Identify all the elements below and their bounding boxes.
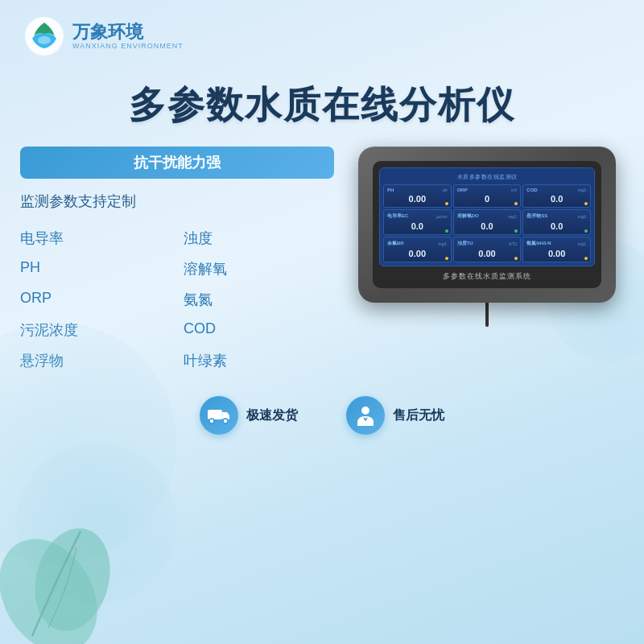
right-panel: 水质多参数在线监测仪 PH ph 0.00 — [350, 147, 624, 327]
screen-cell-1: ORP mV 0 — [453, 184, 522, 208]
truck-icon-circle — [200, 396, 238, 435]
feature-badge-text-0: 极速发货 — [246, 407, 298, 424]
cell-param-1: ORP — [457, 188, 468, 192]
device-cable — [485, 303, 489, 327]
device-label: 多参数在线水质监测系统 — [379, 271, 595, 282]
cell-unit-8: mg/L — [578, 242, 587, 246]
custom-text: 监测参数支持定制 — [20, 188, 334, 214]
feature-badge-0: 极速发货 — [200, 396, 298, 435]
cell-param-5: 悬浮物SS — [526, 213, 547, 220]
screen-cell-4: 溶解氧DO mg/L 0.0 — [453, 209, 522, 235]
cell-unit-1: mV — [511, 188, 518, 192]
cell-value-8: 0.00 — [526, 248, 587, 259]
cell-unit-0: ph — [443, 188, 448, 192]
truck-icon — [208, 407, 230, 424]
cell-value-1: 0 — [457, 193, 518, 204]
cell-param-7: 浊度TU — [457, 240, 473, 247]
cell-value-2: 0.0 — [526, 193, 587, 204]
screen-title: 水质多参数在线监测仪 — [383, 173, 591, 181]
feature-item-9: 叶绿素 — [184, 348, 334, 374]
feature-item-2: PH — [20, 256, 171, 282]
person-icon — [356, 405, 375, 426]
highlight-badge: 抗干扰能力强 — [20, 147, 334, 179]
cell-dot-4 — [514, 229, 518, 233]
cell-value-7: 0.00 — [457, 248, 518, 259]
cell-dot-2 — [584, 202, 588, 205]
cell-value-5: 0.0 — [526, 221, 587, 232]
cell-param-3: 电导率EC — [387, 213, 408, 220]
cell-value-4: 0.0 — [457, 221, 518, 232]
cell-unit-4: mg/L — [508, 214, 517, 219]
screen-grid: PH ph 0.00 ORP mV 0 — [383, 184, 591, 262]
cell-dot-1 — [514, 202, 518, 205]
screen-cell-7: 浊度TU NTU 0.00 — [453, 237, 522, 262]
screen-cell-2: COD mg/L 0.0 — [522, 184, 591, 208]
feature-badge-1: 售后无忧 — [346, 396, 444, 435]
cell-dot-0 — [445, 202, 448, 205]
screen-cell-3: 电导率EC μu/cm 0.0 — [383, 209, 452, 235]
svg-point-6 — [223, 419, 228, 423]
cell-param-8: 氨氮NH3-N — [526, 240, 551, 247]
cell-unit-5: mg/L — [578, 214, 587, 219]
feature-item-4: ORP — [20, 287, 171, 312]
feature-item-5: 氨氮 — [184, 287, 334, 312]
device-housing: 水质多参数在线监测仪 PH ph 0.00 — [358, 147, 616, 303]
cell-dot-5 — [584, 229, 588, 233]
feature-item-3: 溶解氧 — [184, 256, 334, 282]
brand-name-en: WANXIANG ENVIRONMENT — [72, 42, 184, 50]
logo-text: 万象环境 WANXIANG ENVIRONMENT — [72, 23, 184, 50]
cell-unit-6: mg/L — [439, 242, 448, 246]
feature-item-1: 浊度 — [184, 225, 334, 251]
feature-badge-text-1: 售后无忧 — [393, 407, 444, 424]
main-title-container: 多参数水质在线分析仪 — [0, 72, 644, 147]
cell-value-6: 0.00 — [387, 248, 448, 259]
cell-unit-2: mg/L — [578, 188, 587, 192]
cell-unit-7: NTU — [509, 242, 517, 246]
bg-decor-2 — [16, 443, 177, 604]
svg-rect-4 — [208, 410, 222, 419]
feature-item-0: 电导率 — [20, 225, 171, 251]
svg-point-8 — [361, 407, 369, 415]
cell-dot-8 — [584, 257, 588, 260]
logo-icon — [24, 16, 64, 56]
cell-value-3: 0.0 — [387, 221, 448, 232]
screen-cell-6: 余氯BR mg/L 0.00 — [383, 237, 452, 262]
cell-param-6: 余氯BR — [387, 240, 404, 247]
person-icon-circle — [346, 396, 385, 435]
device-inner: 水质多参数在线监测仪 PH ph 0.00 — [373, 161, 601, 288]
screen-cell-8: 氨氮NH3-N mg/L 0.00 — [522, 237, 591, 262]
svg-point-3 — [38, 36, 51, 44]
svg-point-5 — [209, 419, 214, 423]
logo: 万象环境 WANXIANG ENVIRONMENT — [24, 16, 184, 56]
cell-dot-3 — [445, 229, 448, 233]
cell-param-2: COD — [526, 188, 537, 192]
brand-name-cn: 万象环境 — [72, 23, 184, 42]
cell-param-4: 溶解氧DO — [457, 213, 479, 220]
feature-item-7: COD — [184, 317, 334, 343]
cell-dot-7 — [514, 257, 518, 260]
screen-cell-5: 悬浮物SS mg/L 0.0 — [522, 209, 591, 235]
page-title: 多参数水质在线分析仪 — [16, 80, 628, 130]
header: 万象环境 WANXIANG ENVIRONMENT — [0, 0, 644, 72]
device-screen: 水质多参数在线监测仪 PH ph 0.00 — [379, 167, 595, 266]
cell-unit-3: μu/cm — [436, 214, 448, 219]
cell-dot-6 — [445, 257, 448, 260]
cell-param-0: PH — [387, 188, 394, 192]
cell-value-0: 0.00 — [387, 193, 448, 204]
screen-cell-0: PH ph 0.00 — [383, 184, 452, 208]
